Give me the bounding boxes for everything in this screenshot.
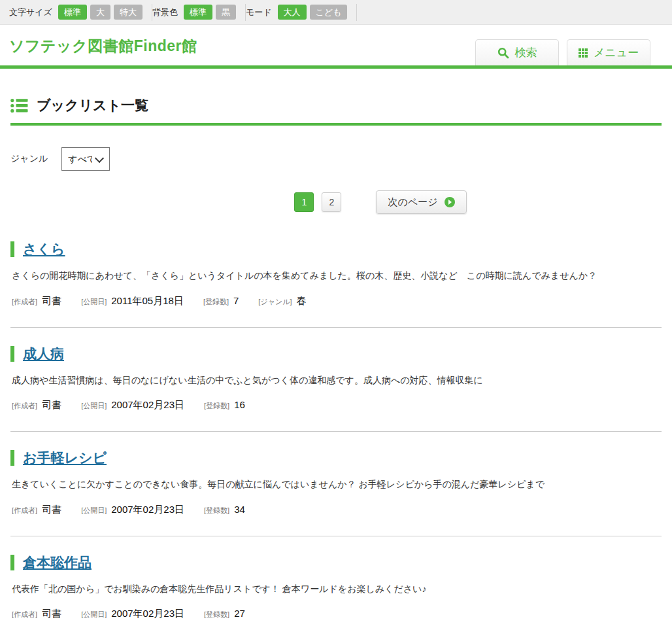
search-button[interactable]: 検索: [475, 39, 559, 65]
site-title: ソフテック図書館Finder館: [9, 36, 197, 56]
meta-published-value: 2007年02月23日: [111, 504, 184, 515]
title-accent-bar: [10, 450, 14, 466]
accessibility-bar: 文字サイズ 標準 大 特大 背景色 標準 黒 モード 大人 こども: [0, 0, 672, 25]
book-description: 代表作「北の国から」でお馴染みの倉本聡先生作品リストです！ 倉本ワールドをお楽し…: [12, 583, 662, 596]
page-title-row: ブックリスト一覧: [10, 96, 662, 126]
meta-count-value: 16: [234, 399, 245, 410]
site-header: ソフテック図書館Finder館 検索 メニュー: [0, 25, 672, 65]
page-title: ブックリスト一覧: [37, 96, 148, 114]
list-item: お手軽レシピ 生きていくことに欠かすことのできない食事。毎日の献立に悩んではいま…: [10, 432, 662, 536]
main-content: ブックリスト一覧 ジャンル すべて 1 2 次のページ さくら さくらの開花時期…: [10, 96, 662, 628]
meta-genre-value: 春: [297, 295, 307, 306]
book-meta: [作成者]司書 [公開日]2007年02月23日 [登録数]27: [12, 608, 662, 620]
search-icon: [497, 47, 509, 59]
meta-published-value: 2007年02月23日: [111, 608, 184, 619]
meta-count-label: [登録数]: [204, 402, 229, 410]
title-accent-bar: [10, 241, 14, 257]
book-title-row: 成人病: [10, 345, 662, 363]
meta-author-label: [作成者]: [12, 610, 37, 618]
meta-author-label: [作成者]: [12, 298, 37, 305]
meta-published-label: [公開日]: [81, 506, 107, 514]
mode-kids-button[interactable]: こども: [310, 5, 348, 20]
book-description: さくらの開花時期にあわせて、「さくら」というタイトルの本を集めてみました。桜の木…: [12, 270, 662, 283]
book-meta: [作成者]司書 [公開日]2011年05月18日 [登録数]7 [ジャンル]春: [12, 295, 662, 307]
divider: [356, 4, 357, 21]
meta-author: [作成者]司書: [12, 295, 61, 307]
meta-count: [登録数]16: [204, 399, 245, 411]
bg-color-standard-button[interactable]: 標準: [184, 5, 212, 20]
meta-count-label: [登録数]: [203, 298, 229, 305]
font-size-large-button[interactable]: 大: [90, 5, 110, 20]
font-size-label: 文字サイズ: [9, 7, 52, 18]
menu-button[interactable]: メニュー: [567, 39, 650, 65]
genre-select[interactable]: すべて: [61, 147, 110, 171]
page-number-1[interactable]: 1: [294, 192, 314, 212]
title-accent-bar: [10, 555, 14, 570]
meta-author-value: 司書: [42, 399, 61, 410]
meta-published: [公開日]2007年02月23日: [81, 608, 184, 620]
meta-published: [公開日]2011年05月18日: [81, 295, 184, 307]
meta-published: [公開日]2007年02月23日: [81, 504, 184, 516]
genre-filter-row: ジャンル すべて: [10, 147, 662, 171]
next-page-label: 次のページ: [388, 196, 437, 209]
bg-color-label: 背景色: [152, 7, 178, 18]
meta-author: [作成者]司書: [12, 504, 61, 516]
book-title-link[interactable]: 倉本聡作品: [23, 553, 92, 572]
meta-author-value: 司書: [42, 608, 61, 619]
meta-author: [作成者]司書: [12, 608, 61, 620]
meta-count: [登録数]7: [203, 295, 239, 307]
meta-count-value: 34: [234, 504, 245, 515]
bg-color-group: 背景色 標準 黒: [152, 5, 245, 20]
menu-grid-icon: [579, 48, 588, 58]
meta-count-value: 7: [233, 295, 239, 306]
book-title-row: 倉本聡作品: [10, 553, 662, 572]
title-accent-bar: [10, 346, 14, 362]
font-size-standard-button[interactable]: 標準: [58, 5, 87, 20]
genre-select-wrap: すべて: [61, 147, 110, 171]
book-meta: [作成者]司書 [公開日]2007年02月23日 [登録数]16: [12, 399, 662, 411]
book-title-link[interactable]: お手軽レシピ: [23, 449, 107, 467]
meta-author: [作成者]司書: [12, 399, 61, 411]
meta-count-label: [登録数]: [204, 506, 229, 514]
meta-author-label: [作成者]: [12, 506, 37, 514]
meta-count-label: [登録数]: [204, 610, 229, 618]
list-item: さくら さくらの開花時期にあわせて、「さくら」というタイトルの本を集めてみました…: [10, 223, 662, 328]
book-description: 成人病や生活習慣病は、毎日のなにげない生活の中でふと気がつく体の違和感です。成人…: [12, 374, 662, 387]
list-item: 倉本聡作品 代表作「北の国から」でお馴染みの倉本聡先生作品リストです！ 倉本ワー…: [10, 536, 662, 628]
next-arrow-icon: [445, 197, 455, 207]
font-size-group: 文字サイズ 標準 大 特大: [9, 5, 152, 20]
header-buttons: 検索 メニュー: [475, 39, 650, 65]
meta-author-value: 司書: [42, 504, 61, 515]
page-number-2[interactable]: 2: [322, 192, 341, 212]
mode-group: モード 大人 こども: [246, 5, 357, 20]
next-page-button[interactable]: 次のページ: [376, 190, 466, 214]
book-title-row: さくら: [10, 240, 662, 258]
meta-count: [登録数]34: [204, 504, 245, 515]
mode-label: モード: [246, 7, 272, 18]
genre-label: ジャンル: [10, 153, 48, 165]
meta-published: [公開日]2007年02月23日: [81, 399, 184, 411]
meta-published-label: [公開日]: [81, 298, 107, 305]
list-icon: [10, 98, 28, 113]
meta-author-value: 司書: [42, 295, 61, 306]
pagination: 1 2 次のページ: [55, 190, 672, 214]
meta-count: [登録数]27: [204, 608, 245, 619]
book-title-link[interactable]: さくら: [23, 240, 65, 258]
meta-published-value: 2007年02月23日: [111, 399, 184, 410]
list-item: 成人病 成人病や生活習慣病は、毎日のなにげない生活の中でふと気がつく体の違和感で…: [10, 328, 662, 432]
book-description: 生きていくことに欠かすことのできない食事。毎日の献立に悩んではいませんか？ お手…: [12, 478, 662, 491]
font-size-xlarge-button[interactable]: 特大: [114, 5, 143, 20]
meta-genre: [ジャンル]春: [258, 295, 306, 307]
mode-adult-button[interactable]: 大人: [278, 5, 307, 20]
meta-count-value: 27: [234, 608, 245, 619]
book-title-link[interactable]: 成人病: [23, 345, 64, 363]
bg-color-black-button[interactable]: 黒: [216, 5, 236, 20]
book-list: さくら さくらの開花時期にあわせて、「さくら」というタイトルの本を集めてみました…: [10, 223, 662, 628]
meta-published-label: [公開日]: [81, 402, 107, 410]
header-accent-rule: [0, 65, 672, 69]
search-button-label: 検索: [515, 45, 537, 60]
meta-author-label: [作成者]: [12, 402, 37, 410]
meta-published-label: [公開日]: [81, 610, 107, 618]
menu-button-label: メニュー: [594, 45, 639, 60]
meta-genre-label: [ジャンル]: [258, 298, 292, 305]
